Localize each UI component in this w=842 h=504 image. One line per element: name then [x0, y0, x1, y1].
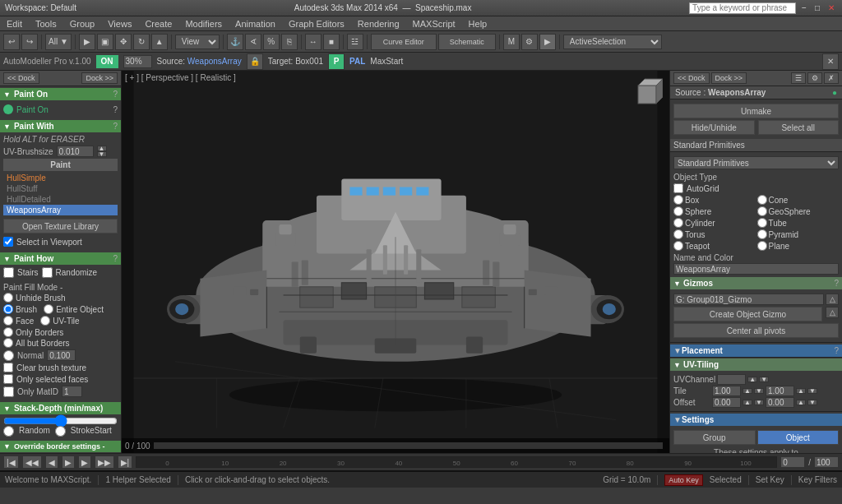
obj-plane[interactable]: Plane	[757, 241, 840, 251]
timeline-play-button[interactable]: ▶	[62, 455, 75, 469]
unhide-brush-radio[interactable]	[3, 293, 13, 303]
percent-snap-button[interactable]: %	[263, 34, 280, 50]
move-button[interactable]: ✥	[115, 34, 132, 50]
object-tab[interactable]: Object	[757, 430, 840, 445]
offset-y-input[interactable]	[766, 397, 794, 408]
tile-x-down[interactable]: ▼	[754, 388, 764, 394]
rp-icon2-button[interactable]: ⚙	[807, 72, 822, 84]
obj-box[interactable]: Box	[673, 195, 756, 205]
menu-animation[interactable]: Animation	[232, 19, 279, 29]
obj-geosphere[interactable]: GeoSphere	[757, 206, 840, 216]
offset-y-down[interactable]: ▼	[807, 400, 817, 405]
unmake-button[interactable]: Unmake	[673, 104, 839, 118]
menu-views[interactable]: Views	[104, 19, 135, 29]
rp-icon1-button[interactable]: ☰	[791, 72, 806, 84]
menu-graph-editors[interactable]: Graph Editors	[285, 19, 348, 29]
render-setup-button[interactable]: ⚙	[521, 34, 538, 50]
only-matid-checkbox[interactable]	[3, 386, 14, 397]
plugin-on-button[interactable]: ON	[96, 55, 118, 68]
obj-sphere[interactable]: Sphere	[673, 206, 756, 216]
mirror-button[interactable]: ↔	[305, 34, 322, 50]
viewport-cube[interactable]	[630, 77, 663, 110]
create-gizmo-button[interactable]: Create Object Gizmo	[673, 307, 822, 321]
obj-cylinder[interactable]: Cylinder	[673, 218, 756, 228]
redo-button[interactable]: ↪	[21, 34, 38, 50]
name-color-input[interactable]	[673, 263, 839, 275]
align-button[interactable]: ■	[323, 34, 340, 50]
brush-radio[interactable]	[3, 304, 13, 314]
stack-depth-section-header[interactable]: ▼ Stack-Depth (min/max)	[0, 402, 121, 414]
timeline-frame-fwd-button[interactable]: ▶	[78, 455, 91, 469]
gizmos-header[interactable]: ▼ Gizmos ?	[670, 277, 842, 289]
curve-editor-button[interactable]: Curve Editor	[371, 34, 437, 50]
offset-x-down[interactable]: ▼	[754, 400, 764, 405]
obj-teapot[interactable]: Teapot	[673, 241, 756, 251]
material-editor-button[interactable]: M	[503, 34, 520, 50]
timeline-next-button[interactable]: ▶|	[118, 455, 133, 469]
entire-object-radio[interactable]	[44, 304, 53, 314]
menu-group[interactable]: Group	[67, 19, 99, 29]
dock-right-button[interactable]: Dock >>	[81, 72, 118, 84]
gizmo-btn[interactable]: △	[826, 294, 839, 305]
tile-x-input[interactable]	[712, 386, 741, 396]
rp-icon3-button[interactable]: ✗	[824, 72, 839, 84]
settings-header[interactable]: ▼ Settings	[670, 414, 842, 426]
only-borders-radio[interactable]	[3, 327, 13, 337]
offset-y-up[interactable]: ▲	[796, 400, 806, 405]
menu-create[interactable]: Create	[141, 19, 175, 29]
angle-snap-button[interactable]: ∢	[245, 34, 261, 50]
tile-x-up[interactable]: ▲	[743, 388, 752, 394]
obj-torus[interactable]: Torus	[673, 229, 756, 239]
tile-y-input[interactable]	[766, 386, 794, 396]
auto-key-button[interactable]: Auto Key	[664, 474, 703, 486]
offset-x-input[interactable]	[712, 397, 741, 408]
paint-item-0[interactable]: HullSimple	[3, 173, 118, 183]
autogrid-checkbox[interactable]	[673, 183, 683, 193]
dock-left-button[interactable]: << Dock	[3, 72, 39, 84]
close-icon[interactable]: ✕	[826, 3, 837, 12]
paint-with-section-header[interactable]: ▼ Paint With ?	[0, 120, 121, 132]
random-radio[interactable]	[3, 426, 14, 437]
uvchannel-up[interactable]: ▲	[747, 377, 757, 382]
menu-edit[interactable]: Edit	[3, 19, 25, 29]
dock-left-rp-button[interactable]: << Dock	[673, 72, 710, 84]
stroke-start-radio[interactable]	[55, 426, 66, 437]
snap-button[interactable]: ⚓	[227, 34, 243, 50]
maximize-icon[interactable]: □	[812, 3, 822, 12]
normal-input[interactable]	[47, 349, 76, 361]
spinner-snap-button[interactable]: ⎘	[281, 34, 298, 50]
stack-depth-slider[interactable]	[3, 418, 118, 424]
timeline-play-fwd-button[interactable]: ▶▶	[95, 455, 114, 469]
menu-help[interactable]: Help	[465, 19, 491, 29]
paint-item-3[interactable]: WeaponsArray	[3, 205, 118, 215]
select-filter-dropdown[interactable]: All ▼	[45, 34, 72, 50]
gizmo-input[interactable]	[673, 294, 824, 305]
override-section-header[interactable]: ▼ Override border settings -	[0, 441, 121, 452]
rotate-button[interactable]: ↻	[133, 34, 150, 50]
menu-modifiers[interactable]: Modifiers	[182, 19, 225, 29]
uv-brushsize-down[interactable]: ▼	[97, 151, 107, 157]
undo-button[interactable]: ↩	[3, 34, 20, 50]
select-button[interactable]: ▶	[79, 34, 95, 50]
center-pivots-button[interactable]: Center all pivots	[673, 323, 839, 338]
obj-cone[interactable]: Cone	[757, 195, 840, 205]
select-viewport-checkbox[interactable]	[3, 237, 13, 247]
primitives-dropdown[interactable]: Standard Primitives Extended Primitives	[673, 156, 839, 169]
timeline-prev-button[interactable]: |◀	[3, 455, 19, 469]
obj-tube[interactable]: Tube	[757, 218, 840, 228]
obj-pyramid[interactable]: Pyramid	[757, 229, 840, 239]
select-region-button[interactable]: ▣	[97, 34, 113, 50]
schematic-button[interactable]: Schematic	[438, 34, 496, 50]
gizmos-help[interactable]: ?	[834, 279, 839, 288]
only-selected-checkbox[interactable]	[3, 374, 13, 384]
paint-on-section-header[interactable]: ▼ Paint On ?	[0, 88, 121, 100]
open-texture-button[interactable]: Open Texture Library	[3, 219, 118, 234]
tile-y-up[interactable]: ▲	[796, 388, 806, 394]
placement-header[interactable]: ▼ Placement ?	[670, 344, 842, 357]
menu-rendering[interactable]: Rendering	[354, 19, 403, 29]
total-frames-input[interactable]	[814, 456, 839, 468]
group-tab[interactable]: Group	[673, 430, 756, 445]
matid-input[interactable]	[62, 386, 82, 397]
reference-dropdown[interactable]: View World Local	[175, 35, 220, 49]
select-all-button[interactable]: Select all	[758, 120, 840, 135]
